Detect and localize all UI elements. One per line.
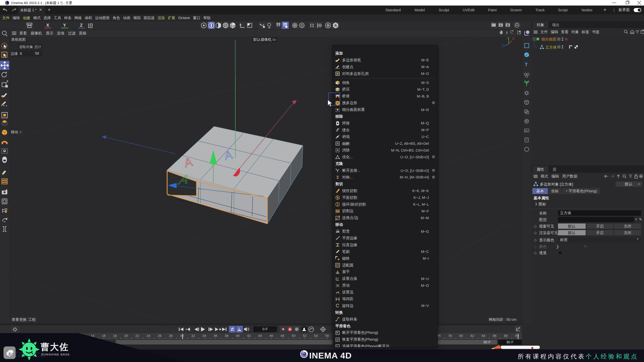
svg-text:Y: Y xyxy=(63,23,66,28)
svg-text:T: T xyxy=(525,62,528,67)
svg-text:X: X xyxy=(46,23,49,28)
svg-text:Y: Y xyxy=(507,36,510,40)
svg-text:A: A xyxy=(334,23,337,27)
svg-text:✕: ✕ xyxy=(565,37,568,41)
svg-text:Z: Z xyxy=(502,44,504,48)
svg-text:立方体: 立方体 xyxy=(545,45,557,49)
svg-text:X: X xyxy=(512,37,515,41)
svg-text:ST: ST xyxy=(525,130,528,132)
svg-text:A: A xyxy=(238,327,240,330)
svg-text:A: A xyxy=(289,328,291,331)
svg-text:Z: Z xyxy=(80,23,83,28)
svg-text:细分曲面: 细分曲面 xyxy=(541,37,556,41)
svg-text:ST: ST xyxy=(525,120,528,122)
